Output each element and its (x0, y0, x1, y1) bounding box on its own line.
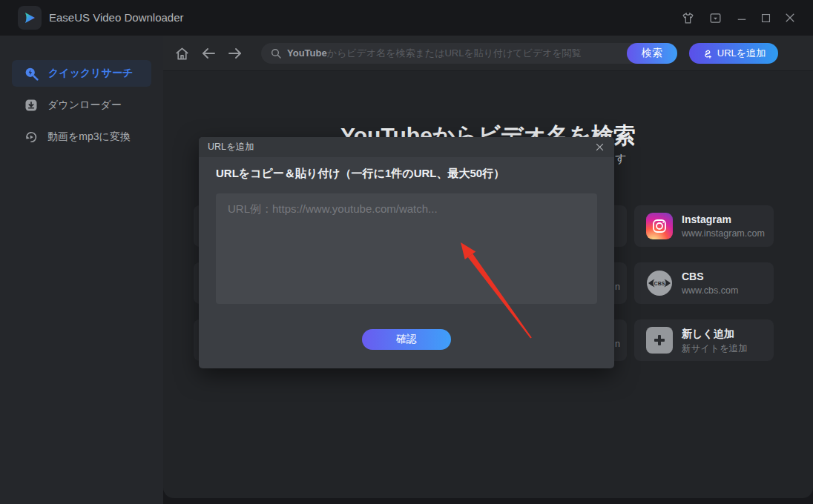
maximize-icon[interactable] (757, 9, 774, 27)
toolbar: YouTubeからビデオ名を検索またはURLを貼り付けてビデオを閲覧 検索 UR… (163, 36, 813, 71)
sidebar-item-label: クイックリサーチ (48, 67, 133, 80)
dialog-title: URLを追加 (208, 137, 254, 157)
dropdown-icon[interactable] (706, 9, 724, 27)
search-placeholder: からビデオ名を検索またはURLを貼り付けてビデオを閲覧 (327, 47, 582, 59)
search-input[interactable]: YouTubeからビデオ名を検索またはURLを貼り付けてビデオを閲覧 (261, 43, 677, 64)
url-textarea[interactable] (216, 193, 597, 304)
confirm-button[interactable]: 確認 (362, 329, 451, 350)
card-url: www.cbs.com (682, 285, 738, 296)
add-site-icon (646, 327, 673, 354)
forward-icon[interactable] (226, 44, 245, 63)
svg-text:CBS: CBS (654, 281, 665, 286)
card-url: www.instagram.com (682, 228, 765, 239)
site-card-instagram[interactable]: Instagram www.instagram.com (634, 205, 774, 247)
card-title: 新しく追加 (682, 328, 734, 341)
page-subtitle-fragment: す (615, 152, 626, 166)
convert-mp3-icon (24, 130, 39, 145)
back-icon[interactable] (199, 44, 218, 63)
add-url-button-label: URLを追加 (717, 47, 766, 60)
card-title: CBS (682, 271, 704, 282)
search-button[interactable]: 検索 (627, 43, 677, 64)
play-logo-icon (22, 10, 37, 25)
sidebar-item-quick-research[interactable]: クイックリサーチ (12, 60, 151, 87)
cbs-icon: CBS (646, 270, 673, 296)
site-card-add-new[interactable]: 新しく追加 新サイトを追加 (634, 319, 774, 361)
search-icon (270, 47, 282, 59)
app-title: EaseUS Video Downloader (49, 0, 184, 36)
close-icon[interactable] (781, 9, 799, 27)
link-plus-icon (702, 48, 713, 59)
card-title: Instagram (682, 213, 731, 225)
home-icon[interactable] (172, 44, 191, 63)
downloader-icon (24, 98, 39, 113)
quick-search-icon (24, 66, 39, 82)
sidebar-item-downloader[interactable]: ダウンローダー (12, 92, 151, 119)
card-url-fragment: n (615, 282, 620, 292)
add-url-dialog: URLを追加 URLをコピー＆貼り付け（一行に1件のURL、最大50行） 確認 (199, 137, 614, 368)
card-url: 新サイトを追加 (682, 342, 748, 355)
add-url-button[interactable]: URLを追加 (689, 43, 778, 64)
sidebar: クイックリサーチ ダウンローダー 動画をmp3に変換 (0, 36, 163, 504)
site-card-cbs[interactable]: CBS CBS www.cbs.com (634, 262, 774, 304)
url-paste-label: URLをコピー＆貼り付け（一行に1件のURL、最大50行） (216, 167, 504, 181)
card-url-fragment: n (615, 339, 620, 349)
title-bar: EaseUS Video Downloader (0, 0, 813, 36)
sidebar-item-label: 動画をmp3に変換 (47, 130, 131, 144)
sidebar-item-convert-mp3[interactable]: 動画をmp3に変換 (12, 124, 151, 150)
dialog-close-icon[interactable] (591, 139, 608, 155)
dialog-header: URLを追加 (199, 137, 614, 157)
app-logo (18, 6, 42, 30)
instagram-icon (646, 213, 673, 239)
skin-icon[interactable] (679, 9, 697, 27)
sidebar-item-label: ダウンローダー (47, 99, 122, 112)
search-placeholder-brand: YouTube (287, 47, 327, 59)
minimize-icon[interactable] (733, 9, 751, 27)
